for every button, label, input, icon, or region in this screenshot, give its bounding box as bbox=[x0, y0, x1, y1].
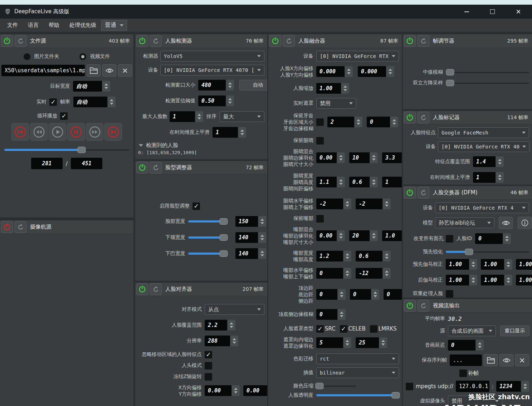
spinner[interactable] bbox=[338, 289, 346, 300]
face-y-offset-spinbox[interactable]: 0.000 bbox=[358, 66, 394, 77]
skip-start-button[interactable] bbox=[11, 123, 29, 141]
slider-handle[interactable] bbox=[220, 218, 228, 225]
slider-handle[interactable] bbox=[391, 392, 400, 398]
power-on-button[interactable] bbox=[404, 187, 416, 199]
reset-button[interactable] bbox=[15, 221, 26, 233]
device-dropdown[interactable]: [0] NVIDIA GeForce RTX 40 bbox=[438, 141, 529, 152]
eyes-size-spinbox[interactable]: 3.3 bbox=[382, 152, 402, 163]
jaw-width-slider[interactable] bbox=[188, 234, 228, 241]
spinner[interactable] bbox=[383, 268, 391, 279]
marker-smooth-spinbox[interactable]: 1 bbox=[473, 172, 504, 183]
mask-src-checkbox[interactable] bbox=[316, 325, 324, 333]
realtime-checkbox[interactable] bbox=[49, 98, 57, 106]
head-mode-checkbox[interactable] bbox=[205, 362, 212, 370]
jaw-width-spinbox[interactable]: 140 bbox=[235, 232, 266, 243]
face-width-slider[interactable] bbox=[188, 218, 228, 225]
median-blur-slider[interactable] bbox=[446, 69, 529, 76]
mask-feather-spinbox[interactable]: 25 bbox=[356, 337, 387, 348]
postgamma-b-spinbox[interactable]: 1.00 bbox=[516, 275, 532, 285]
mouth-feather-spinbox[interactable]: 20 bbox=[349, 230, 378, 241]
spinner[interactable] bbox=[496, 156, 504, 167]
spinner[interactable] bbox=[504, 275, 512, 285]
fast-forward-button[interactable] bbox=[86, 123, 103, 141]
mask-erode-spinbox[interactable]: 5 bbox=[316, 337, 351, 348]
pregamma-b-spinbox[interactable]: 1.00 bbox=[516, 259, 532, 270]
slider-handle[interactable] bbox=[315, 383, 323, 389]
realtime-mask-dropdown[interactable]: 禁用 bbox=[316, 98, 356, 109]
power-on-button[interactable] bbox=[404, 112, 416, 123]
spinner[interactable] bbox=[370, 177, 378, 187]
presharpen-slider[interactable] bbox=[446, 248, 529, 255]
spinner[interactable] bbox=[238, 127, 246, 138]
save-sequence-field[interactable]: ... bbox=[450, 354, 482, 366]
slider-handle[interactable] bbox=[446, 69, 454, 75]
pause-button[interactable] bbox=[67, 123, 85, 141]
window-size-spinbox[interactable]: 480 bbox=[198, 80, 234, 91]
spinner[interactable] bbox=[521, 381, 529, 392]
spinner[interactable] bbox=[383, 199, 391, 209]
model-dropdown[interactable]: 孙艺珍aibl论坛 bbox=[435, 217, 494, 228]
postgamma-g-spinbox[interactable]: 1.00 bbox=[481, 275, 512, 285]
margin-top-spinbox[interactable]: 0 bbox=[316, 289, 346, 300]
y-offset-spinbox[interactable]: 0.00 bbox=[243, 385, 267, 396]
file-path-field[interactable]: X50\userdata\samples\1.mp4 bbox=[1, 65, 85, 76]
resolution-spinbox[interactable]: 288 bbox=[205, 336, 238, 346]
mouth-size-spinbox[interactable]: 1.0 bbox=[382, 230, 402, 241]
power-on-button[interactable] bbox=[404, 300, 416, 312]
freeze-z-checkbox[interactable] bbox=[205, 373, 212, 381]
udp-ip-field[interactable]: 127.0.0.1 bbox=[456, 381, 489, 392]
slider-handle[interactable] bbox=[465, 249, 473, 255]
play-button[interactable] bbox=[49, 123, 66, 141]
framerate-spinbox[interactable]: 自动 bbox=[73, 97, 116, 107]
device-dropdown[interactable]: [0] NVIDIA GeForce RTX 4070 [ bbox=[160, 65, 264, 75]
pregamma-g-spinbox[interactable]: 1.00 bbox=[481, 259, 512, 270]
exclude-moving-checkbox[interactable] bbox=[205, 351, 212, 358]
chin-width-slider[interactable] bbox=[188, 250, 228, 257]
eyes-height-spinbox[interactable]: 0.6 bbox=[349, 177, 378, 187]
collapse-arrow-icon[interactable] bbox=[139, 144, 143, 147]
spinner[interactable] bbox=[226, 80, 234, 91]
reset-button[interactable] bbox=[150, 283, 162, 295]
power-on-button[interactable] bbox=[136, 283, 148, 295]
threshold-spinbox[interactable]: 0.50 bbox=[198, 96, 234, 106]
rewind-button[interactable] bbox=[30, 123, 48, 141]
frame-total-field[interactable]: 451 bbox=[71, 158, 102, 169]
spinner[interactable] bbox=[503, 233, 511, 244]
model-preview-eye-button[interactable] bbox=[499, 217, 513, 229]
sort-dropdown[interactable]: 最大 bbox=[220, 111, 264, 122]
keep-mouth-checkbox[interactable] bbox=[316, 215, 324, 222]
spinner[interactable] bbox=[108, 97, 116, 107]
mouth-horizontal-offset-spinbox[interactable]: 0 bbox=[316, 268, 351, 279]
reset-button[interactable] bbox=[418, 35, 429, 47]
reset-button[interactable] bbox=[418, 112, 429, 123]
model-info-button[interactable] bbox=[518, 217, 532, 229]
radio-video-file[interactable]: 视频文件 bbox=[79, 53, 110, 60]
teeth-blur-spinbox[interactable]: 0 bbox=[367, 117, 398, 127]
bicubic-downsample-slider[interactable] bbox=[446, 79, 529, 87]
preview-eye-button[interactable] bbox=[499, 354, 513, 366]
margin-side-spinbox[interactable]: 0 bbox=[384, 289, 402, 300]
mouth-width-spinbox[interactable]: 1.2 bbox=[316, 251, 351, 261]
source-dropdown[interactable]: 合成后的画面 bbox=[448, 326, 496, 336]
menu-file[interactable]: 文件 bbox=[7, 22, 18, 29]
face-scale-spinbox[interactable]: 1.00 bbox=[316, 83, 349, 94]
detected-faces-label[interactable]: 检测到的人脸 bbox=[146, 142, 178, 149]
menu-help[interactable]: 帮助 bbox=[49, 22, 59, 29]
slider-handle[interactable] bbox=[78, 147, 86, 153]
color-transfer-dropdown[interactable]: rct bbox=[316, 353, 399, 364]
mouth-height-spinbox[interactable]: 0.6 bbox=[356, 251, 391, 261]
interpolation-dropdown[interactable]: bilinear bbox=[316, 367, 399, 378]
spinner[interactable] bbox=[355, 117, 362, 127]
frame-current-field[interactable]: 281 bbox=[31, 158, 63, 169]
slider-handle[interactable] bbox=[446, 80, 454, 86]
temporal-smooth-spinbox[interactable]: 1 bbox=[213, 127, 246, 138]
spinner[interactable] bbox=[379, 337, 387, 348]
reset-button[interactable] bbox=[150, 35, 162, 47]
spinner[interactable] bbox=[343, 199, 351, 209]
mouth-mix-spinbox[interactable]: 0.00 bbox=[316, 230, 345, 241]
spinner[interactable] bbox=[226, 96, 234, 106]
eyes-feather-spinbox[interactable]: 10 bbox=[349, 152, 378, 163]
reset-button[interactable] bbox=[283, 35, 295, 47]
loop-checkbox[interactable] bbox=[60, 112, 68, 120]
spinner[interactable] bbox=[341, 83, 349, 94]
